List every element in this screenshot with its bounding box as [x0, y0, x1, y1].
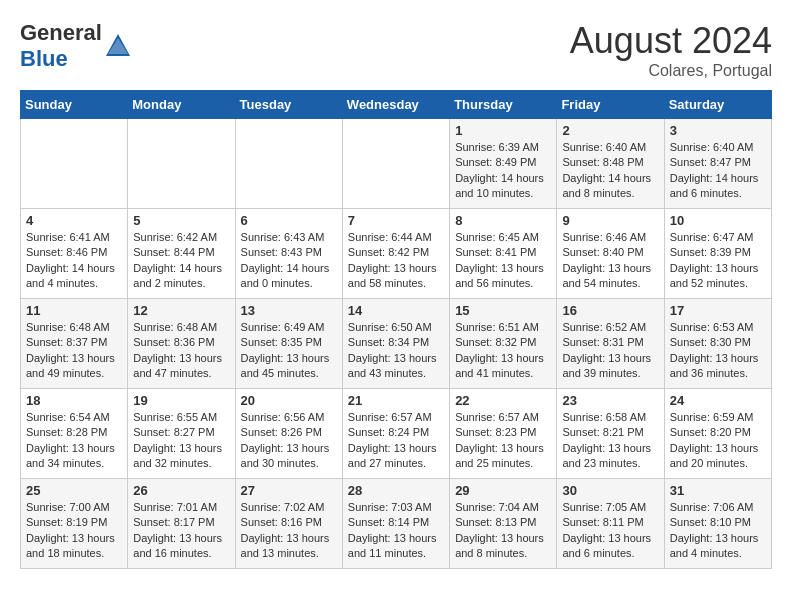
- day-info: Sunrise: 6:50 AM Sunset: 8:34 PM Dayligh…: [348, 320, 444, 382]
- day-number: 16: [562, 303, 658, 318]
- calendar-cell: 18Sunrise: 6:54 AM Sunset: 8:28 PM Dayli…: [21, 389, 128, 479]
- calendar-header: SundayMondayTuesdayWednesdayThursdayFrid…: [21, 91, 772, 119]
- calendar-week-2: 4Sunrise: 6:41 AM Sunset: 8:46 PM Daylig…: [21, 209, 772, 299]
- weekday-tuesday: Tuesday: [235, 91, 342, 119]
- day-info: Sunrise: 6:58 AM Sunset: 8:21 PM Dayligh…: [562, 410, 658, 472]
- calendar-cell: 21Sunrise: 6:57 AM Sunset: 8:24 PM Dayli…: [342, 389, 449, 479]
- day-info: Sunrise: 7:04 AM Sunset: 8:13 PM Dayligh…: [455, 500, 551, 562]
- calendar-cell: 4Sunrise: 6:41 AM Sunset: 8:46 PM Daylig…: [21, 209, 128, 299]
- svg-marker-1: [108, 38, 128, 54]
- day-number: 17: [670, 303, 766, 318]
- calendar-cell: 8Sunrise: 6:45 AM Sunset: 8:41 PM Daylig…: [450, 209, 557, 299]
- day-info: Sunrise: 7:01 AM Sunset: 8:17 PM Dayligh…: [133, 500, 229, 562]
- day-number: 3: [670, 123, 766, 138]
- day-info: Sunrise: 7:02 AM Sunset: 8:16 PM Dayligh…: [241, 500, 337, 562]
- day-number: 2: [562, 123, 658, 138]
- day-number: 31: [670, 483, 766, 498]
- day-number: 10: [670, 213, 766, 228]
- calendar-cell: 24Sunrise: 6:59 AM Sunset: 8:20 PM Dayli…: [664, 389, 771, 479]
- calendar-week-4: 18Sunrise: 6:54 AM Sunset: 8:28 PM Dayli…: [21, 389, 772, 479]
- logo-blue-text: Blue: [20, 46, 68, 71]
- calendar-cell: 26Sunrise: 7:01 AM Sunset: 8:17 PM Dayli…: [128, 479, 235, 569]
- calendar-cell: 2Sunrise: 6:40 AM Sunset: 8:48 PM Daylig…: [557, 119, 664, 209]
- day-info: Sunrise: 6:51 AM Sunset: 8:32 PM Dayligh…: [455, 320, 551, 382]
- weekday-header-row: SundayMondayTuesdayWednesdayThursdayFrid…: [21, 91, 772, 119]
- calendar-cell: 29Sunrise: 7:04 AM Sunset: 8:13 PM Dayli…: [450, 479, 557, 569]
- logo-icon: [104, 32, 132, 60]
- day-info: Sunrise: 6:46 AM Sunset: 8:40 PM Dayligh…: [562, 230, 658, 292]
- day-info: Sunrise: 6:47 AM Sunset: 8:39 PM Dayligh…: [670, 230, 766, 292]
- title-block: August 2024 Colares, Portugal: [570, 20, 772, 80]
- calendar-cell: 12Sunrise: 6:48 AM Sunset: 8:36 PM Dayli…: [128, 299, 235, 389]
- day-number: 22: [455, 393, 551, 408]
- day-number: 12: [133, 303, 229, 318]
- calendar-cell: [128, 119, 235, 209]
- day-info: Sunrise: 6:44 AM Sunset: 8:42 PM Dayligh…: [348, 230, 444, 292]
- day-info: Sunrise: 6:45 AM Sunset: 8:41 PM Dayligh…: [455, 230, 551, 292]
- weekday-wednesday: Wednesday: [342, 91, 449, 119]
- day-number: 18: [26, 393, 122, 408]
- day-number: 7: [348, 213, 444, 228]
- calendar-week-3: 11Sunrise: 6:48 AM Sunset: 8:37 PM Dayli…: [21, 299, 772, 389]
- calendar-cell: 6Sunrise: 6:43 AM Sunset: 8:43 PM Daylig…: [235, 209, 342, 299]
- day-number: 6: [241, 213, 337, 228]
- calendar-cell: 14Sunrise: 6:50 AM Sunset: 8:34 PM Dayli…: [342, 299, 449, 389]
- calendar-table: SundayMondayTuesdayWednesdayThursdayFrid…: [20, 90, 772, 569]
- month-year: August 2024: [570, 20, 772, 62]
- day-info: Sunrise: 6:52 AM Sunset: 8:31 PM Dayligh…: [562, 320, 658, 382]
- calendar-cell: 15Sunrise: 6:51 AM Sunset: 8:32 PM Dayli…: [450, 299, 557, 389]
- day-info: Sunrise: 6:54 AM Sunset: 8:28 PM Dayligh…: [26, 410, 122, 472]
- calendar-body: 1Sunrise: 6:39 AM Sunset: 8:49 PM Daylig…: [21, 119, 772, 569]
- calendar-week-1: 1Sunrise: 6:39 AM Sunset: 8:49 PM Daylig…: [21, 119, 772, 209]
- day-info: Sunrise: 6:43 AM Sunset: 8:43 PM Dayligh…: [241, 230, 337, 292]
- calendar-cell: [342, 119, 449, 209]
- calendar-cell: 7Sunrise: 6:44 AM Sunset: 8:42 PM Daylig…: [342, 209, 449, 299]
- day-info: Sunrise: 6:49 AM Sunset: 8:35 PM Dayligh…: [241, 320, 337, 382]
- day-number: 13: [241, 303, 337, 318]
- calendar-cell: [21, 119, 128, 209]
- weekday-thursday: Thursday: [450, 91, 557, 119]
- day-info: Sunrise: 7:03 AM Sunset: 8:14 PM Dayligh…: [348, 500, 444, 562]
- calendar-cell: 11Sunrise: 6:48 AM Sunset: 8:37 PM Dayli…: [21, 299, 128, 389]
- calendar-cell: 1Sunrise: 6:39 AM Sunset: 8:49 PM Daylig…: [450, 119, 557, 209]
- weekday-monday: Monday: [128, 91, 235, 119]
- calendar-cell: 5Sunrise: 6:42 AM Sunset: 8:44 PM Daylig…: [128, 209, 235, 299]
- day-info: Sunrise: 7:00 AM Sunset: 8:19 PM Dayligh…: [26, 500, 122, 562]
- day-number: 15: [455, 303, 551, 318]
- calendar-cell: 10Sunrise: 6:47 AM Sunset: 8:39 PM Dayli…: [664, 209, 771, 299]
- calendar-cell: 17Sunrise: 6:53 AM Sunset: 8:30 PM Dayli…: [664, 299, 771, 389]
- day-number: 28: [348, 483, 444, 498]
- day-number: 30: [562, 483, 658, 498]
- location: Colares, Portugal: [570, 62, 772, 80]
- day-info: Sunrise: 6:48 AM Sunset: 8:36 PM Dayligh…: [133, 320, 229, 382]
- calendar-cell: 22Sunrise: 6:57 AM Sunset: 8:23 PM Dayli…: [450, 389, 557, 479]
- calendar-cell: 20Sunrise: 6:56 AM Sunset: 8:26 PM Dayli…: [235, 389, 342, 479]
- day-number: 4: [26, 213, 122, 228]
- day-number: 8: [455, 213, 551, 228]
- day-number: 29: [455, 483, 551, 498]
- logo-general-text: General: [20, 20, 102, 45]
- weekday-sunday: Sunday: [21, 91, 128, 119]
- calendar-cell: 30Sunrise: 7:05 AM Sunset: 8:11 PM Dayli…: [557, 479, 664, 569]
- calendar-week-5: 25Sunrise: 7:00 AM Sunset: 8:19 PM Dayli…: [21, 479, 772, 569]
- calendar-cell: 28Sunrise: 7:03 AM Sunset: 8:14 PM Dayli…: [342, 479, 449, 569]
- day-info: Sunrise: 6:59 AM Sunset: 8:20 PM Dayligh…: [670, 410, 766, 472]
- day-number: 5: [133, 213, 229, 228]
- calendar-cell: [235, 119, 342, 209]
- day-number: 27: [241, 483, 337, 498]
- day-info: Sunrise: 6:40 AM Sunset: 8:47 PM Dayligh…: [670, 140, 766, 202]
- day-info: Sunrise: 7:05 AM Sunset: 8:11 PM Dayligh…: [562, 500, 658, 562]
- day-number: 1: [455, 123, 551, 138]
- day-info: Sunrise: 7:06 AM Sunset: 8:10 PM Dayligh…: [670, 500, 766, 562]
- day-info: Sunrise: 6:39 AM Sunset: 8:49 PM Dayligh…: [455, 140, 551, 202]
- weekday-saturday: Saturday: [664, 91, 771, 119]
- day-number: 11: [26, 303, 122, 318]
- day-number: 24: [670, 393, 766, 408]
- day-info: Sunrise: 6:57 AM Sunset: 8:23 PM Dayligh…: [455, 410, 551, 472]
- calendar-cell: 16Sunrise: 6:52 AM Sunset: 8:31 PM Dayli…: [557, 299, 664, 389]
- day-number: 21: [348, 393, 444, 408]
- day-info: Sunrise: 6:41 AM Sunset: 8:46 PM Dayligh…: [26, 230, 122, 292]
- day-info: Sunrise: 6:55 AM Sunset: 8:27 PM Dayligh…: [133, 410, 229, 472]
- day-number: 19: [133, 393, 229, 408]
- day-info: Sunrise: 6:56 AM Sunset: 8:26 PM Dayligh…: [241, 410, 337, 472]
